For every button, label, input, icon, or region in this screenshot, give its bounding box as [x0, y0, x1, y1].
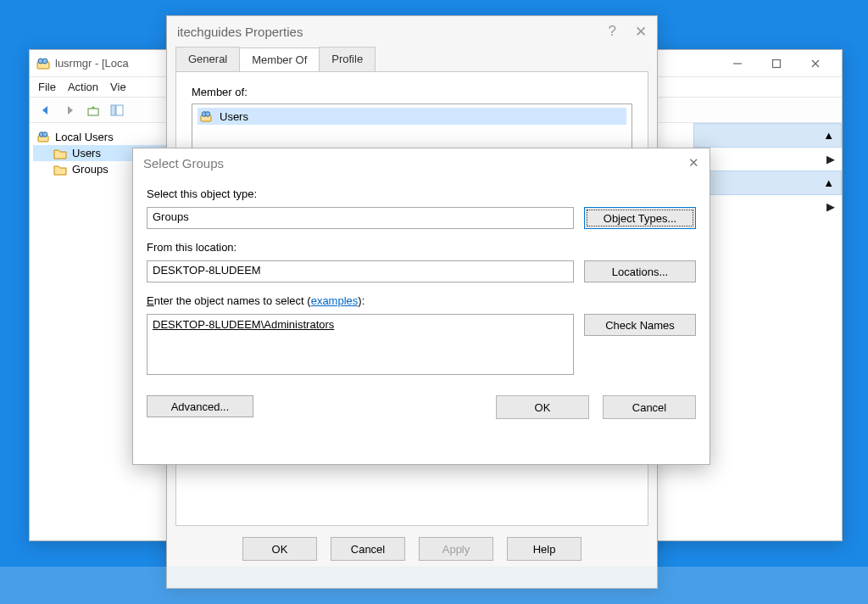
check-names-button[interactable]: Check Names	[584, 314, 696, 336]
examples-link[interactable]: examples	[311, 294, 359, 307]
collapse-icon: ▲	[823, 129, 834, 142]
menu-file[interactable]: File	[38, 81, 56, 93]
actions-pane: ▲ ▶ ▲ ▶	[693, 123, 842, 540]
properties-title: itechguides Properties	[177, 25, 303, 39]
location-field: DESKTOP-8LUDEEM	[147, 260, 574, 282]
tab-profile[interactable]: Profile	[319, 47, 376, 71]
close-icon[interactable]: ✕	[688, 155, 699, 171]
ok-button[interactable]: OK	[242, 537, 317, 561]
minimize-button[interactable]	[718, 51, 757, 76]
cancel-button[interactable]: Cancel	[603, 395, 696, 419]
tree-groups-label: Groups	[72, 163, 108, 176]
tab-general[interactable]: General	[175, 47, 240, 71]
select-groups-dialog: Select Groups ✕ Select this object type:…	[132, 148, 710, 465]
member-of-label: Member of:	[192, 86, 632, 98]
svg-rect-7	[88, 109, 98, 115]
actions-group-header[interactable]: ▲	[693, 123, 842, 148]
svg-point-12	[42, 132, 47, 137]
select-groups-titlebar[interactable]: Select Groups ✕	[133, 148, 709, 177]
tree-root[interactable]: Local Users	[33, 128, 170, 145]
folder-icon	[53, 164, 67, 176]
object-type-label: Select this object type:	[147, 187, 696, 200]
select-groups-title: Select Groups	[143, 156, 224, 171]
svg-point-2	[42, 59, 47, 64]
tree-users-label: Users	[72, 147, 101, 159]
local-users-icon	[36, 130, 50, 143]
object-types-button[interactable]: Object Types...	[584, 207, 696, 229]
advanced-button[interactable]: Advanced...	[147, 395, 253, 417]
close-icon[interactable]: ✕	[635, 23, 647, 41]
list-item[interactable]: Users	[198, 108, 626, 125]
forward-button[interactable]	[58, 100, 81, 120]
group-icon	[199, 109, 213, 123]
menu-action[interactable]: Action	[68, 81, 98, 93]
menu-view[interactable]: Vie	[110, 81, 126, 93]
back-button[interactable]	[35, 100, 57, 120]
show-hide-tree-button[interactable]	[106, 100, 128, 120]
up-button[interactable]	[82, 100, 104, 120]
ok-button[interactable]: OK	[496, 395, 589, 419]
svg-rect-9	[116, 105, 123, 115]
actions-group-header-2[interactable]: ▲	[693, 171, 842, 195]
object-names-input[interactable]: DESKTOP-8LUDEEM\Administrators	[147, 314, 574, 375]
tab-strip: General Member Of Profile	[167, 47, 657, 71]
apply-button: Apply	[419, 537, 493, 561]
help-button[interactable]: ?	[609, 23, 616, 41]
cancel-button[interactable]: Cancel	[331, 537, 405, 561]
maximize-button[interactable]	[757, 51, 796, 76]
properties-titlebar[interactable]: itechguides Properties ? ✕	[167, 16, 657, 47]
object-type-field: Groups	[147, 207, 574, 229]
svg-point-15	[205, 112, 210, 117]
collapse-icon: ▲	[823, 176, 834, 189]
tab-member-of[interactable]: Member Of	[239, 48, 320, 72]
tree-root-label: Local Users	[55, 131, 114, 143]
location-label: From this location:	[147, 241, 696, 254]
close-button[interactable]	[796, 51, 835, 76]
folder-icon	[53, 148, 67, 159]
lusrmgr-app-icon	[36, 57, 50, 70]
help-button[interactable]: Help	[507, 537, 581, 561]
taskbar	[0, 567, 868, 604]
actions-more-2[interactable]: ▶	[693, 195, 842, 218]
list-item-label: Users	[220, 110, 248, 123]
locations-button[interactable]: Locations...	[584, 260, 696, 282]
enter-names-label: EEnter the object names to select (nter …	[147, 294, 696, 307]
svg-rect-4	[773, 59, 781, 67]
svg-rect-8	[111, 105, 115, 115]
actions-more[interactable]: ▶	[693, 148, 842, 171]
